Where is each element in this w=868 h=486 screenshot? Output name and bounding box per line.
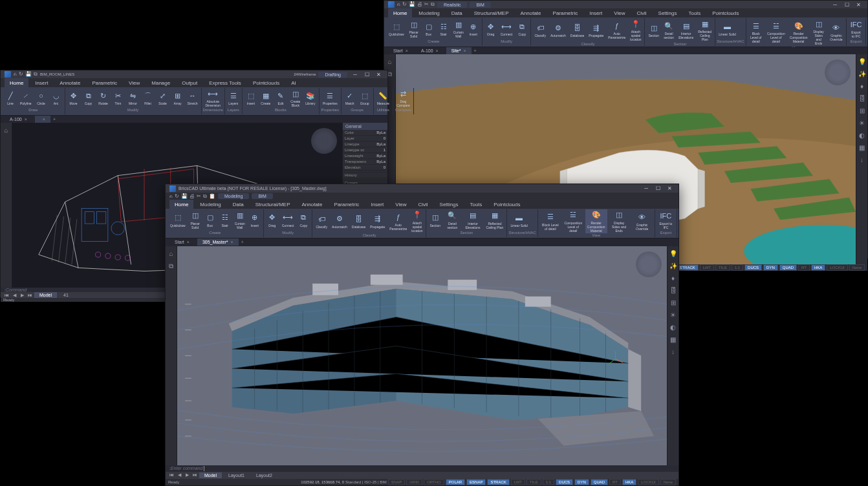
ribbon-classify[interactable]: 🏷Classify <box>314 213 329 229</box>
menu-tab-expresstools[interactable]: Express Tools <box>204 78 246 87</box>
panel-toggle-icon[interactable]: ⊞ <box>860 107 865 114</box>
ribbon-stair[interactable]: ☷Stair <box>218 212 232 228</box>
workspace-selector[interactable]: Drafting <box>318 72 347 78</box>
close-tab-icon[interactable]: × <box>436 48 439 53</box>
workspace-selector[interactable]: BIM <box>470 2 490 8</box>
property-row[interactable]: Linetype sc1 <box>343 147 387 153</box>
menu-tab-data[interactable]: Data <box>446 8 468 17</box>
view-cube[interactable] <box>311 128 337 154</box>
ribbon-graphic-override[interactable]: 👁Graphic Override <box>828 22 845 42</box>
qat-icon[interactable]: ✂ <box>197 193 201 200</box>
property-row[interactable]: LinetypeByLa <box>343 142 387 147</box>
status-toggle-ortho[interactable]: ORTHO <box>424 479 444 485</box>
ribbon-render-composition-material[interactable]: 🎨Render Composition Material <box>788 20 810 44</box>
minimize-button[interactable]: ─ <box>350 70 360 78</box>
status-toggle-ducs[interactable]: DUCS <box>556 479 573 485</box>
menu-tab-civil[interactable]: Civil <box>631 8 651 17</box>
ribbon-attach-spatial-location[interactable]: 📍Attach spatial location <box>409 209 424 233</box>
ribbon-display-sides-and-ends[interactable]: ◫Display Sides and Ends <box>608 209 630 233</box>
ribbon-export-to-ifc[interactable]: IFCExport to IFC <box>848 19 864 39</box>
ribbon-insert[interactable]: ⊕Insert <box>248 212 262 228</box>
qat-icon[interactable]: ⧉ <box>203 193 207 200</box>
layout-tab[interactable]: Model <box>34 292 57 298</box>
ribbon-drag[interactable]: ✥Drag <box>265 212 279 228</box>
visual-style-selector[interactable]: Realistic <box>437 2 467 8</box>
maximize-button[interactable]: ☐ <box>841 1 852 8</box>
menu-tab-parametric[interactable]: Parametric <box>329 200 365 209</box>
new-tab-button[interactable]: + <box>241 240 244 244</box>
qat-icon[interactable]: 📋 <box>209 193 215 200</box>
ribbon-curtain-wall[interactable]: ▥Curtain Wall <box>451 19 466 39</box>
qat-icon[interactable]: ✂ <box>424 1 429 8</box>
doc-tab[interactable]: A-100× <box>416 47 444 54</box>
ribbon-composition-level-of-detail[interactable]: ☱Composition Level of detail <box>765 20 787 44</box>
ribbon-create[interactable]: ▦Create <box>259 90 273 106</box>
qat-icon[interactable]: 🖨 <box>417 1 422 8</box>
qat-icon[interactable]: 💾 <box>409 1 415 8</box>
layout-tab[interactable]: Model <box>199 472 222 478</box>
layout-nav-button[interactable]: ⏭ <box>27 293 33 298</box>
ribbon-drag[interactable]: ✥Drag <box>484 21 498 37</box>
menu-tab-ai[interactable]: AI <box>286 78 301 87</box>
layout-tab[interactable]: Layout2 <box>251 472 277 478</box>
layout-nav-button[interactable]: ▶ <box>19 293 25 298</box>
doc-tab[interactable]: Site*× <box>446 47 472 54</box>
ribbon-curtain-wall[interactable]: ▥Curtain Wall <box>233 210 247 230</box>
ribbon-scale[interactable]: ⤢Scale <box>156 90 170 106</box>
ribbon-propagate[interactable]: ⇶Propagate <box>587 22 605 38</box>
ribbon-edit[interactable]: ✎Edit <box>274 90 288 106</box>
ribbon-section[interactable]: ◫Section <box>428 212 442 228</box>
ribbon-section[interactable]: ◫Section <box>646 22 661 38</box>
close-tab-icon[interactable]: × <box>43 117 45 122</box>
quick-access-toolbar[interactable]: ⎌↻ 💾🖨 ✂⧉ <box>397 1 435 8</box>
ribbon-linear-solid[interactable]: ▬Linear Solid <box>717 21 737 37</box>
ribbon-insert[interactable]: ⬚Insert <box>244 90 258 106</box>
menu-tab-pointclouds[interactable]: Pointclouds <box>707 8 744 17</box>
status-toggle-rt[interactable]: RT <box>609 479 621 485</box>
status-toggle-1:1[interactable]: 1:1 <box>732 264 743 271</box>
quick-access-toolbar[interactable]: ⎌↻ 💾⧉ <box>14 71 38 78</box>
menu-tab-settings[interactable]: Settings <box>653 8 682 17</box>
ribbon-quickdraw[interactable]: ⬚Quickdraw <box>168 212 188 228</box>
property-row[interactable]: LineweightByLa <box>343 153 387 159</box>
visual-style-selector[interactable]: Modeling <box>218 193 249 199</box>
qat-icon[interactable]: ⎌ <box>397 1 400 8</box>
layout-nav-button[interactable]: ⏮ <box>168 472 175 478</box>
status-toggle-lockui[interactable]: LOCKUI <box>638 479 658 485</box>
ribbon-database[interactable]: 🗄Database <box>569 22 586 38</box>
ribbon-connect[interactable]: ⟷Connect <box>499 21 515 37</box>
minimize-button[interactable]: ─ <box>641 185 651 193</box>
ribbon-detail-section[interactable]: 🔍Detail section <box>662 20 676 40</box>
panel-toggle-icon[interactable]: 💡 <box>669 250 677 257</box>
menu-tab-view[interactable]: View <box>390 200 411 209</box>
ribbon-export-to-ifc[interactable]: IFCExport to IFC <box>656 210 675 230</box>
status-toggle-strack[interactable]: STRACK <box>676 264 698 271</box>
ribbon-interior-elevations[interactable]: ▤Interior Elevations <box>677 20 695 40</box>
status-toggle-grid[interactable]: GRID <box>406 479 422 485</box>
property-row[interactable]: Layer0 <box>343 136 387 142</box>
menu-tab-modeling[interactable]: Modeling <box>195 200 226 209</box>
qat-icon[interactable]: 💾 <box>181 193 188 200</box>
panel-toggle-icon[interactable]: ✨ <box>858 70 866 78</box>
ribbon-box[interactable]: ▢Box <box>203 212 217 228</box>
command-line[interactable]: : Enter command <box>166 465 678 472</box>
menu-tab-home[interactable]: Home <box>169 200 193 209</box>
menu-tab-insert[interactable]: Insert <box>365 200 389 209</box>
property-row[interactable]: Elevation0 <box>343 165 387 171</box>
status-toggle-dyn[interactable]: DYN <box>574 479 589 485</box>
status-toggle-hka[interactable]: HKA <box>622 479 636 485</box>
menu-tab-home[interactable]: Home <box>5 78 28 87</box>
panel-toggle-icon[interactable]: ↓ <box>860 156 863 164</box>
ribbon-library[interactable]: 📚Library <box>303 90 318 106</box>
ribbon-mirror[interactable]: ⇋Mirror <box>126 90 140 106</box>
qat-icon[interactable]: ⧉ <box>431 1 435 8</box>
panel-toggle-icon[interactable]: ◐ <box>670 324 676 331</box>
home-icon[interactable]: ⌂ <box>4 127 8 134</box>
maximize-button[interactable]: ☐ <box>362 70 372 78</box>
menu-tab-annotate[interactable]: Annotate <box>54 78 85 87</box>
close-button[interactable]: ✕ <box>373 70 384 78</box>
qat-icon[interactable]: ↻ <box>19 71 23 78</box>
close-button[interactable]: ✕ <box>853 1 863 8</box>
layout-nav-button[interactable]: ◀ <box>11 293 17 298</box>
panel-toggle-icon[interactable]: 💡 <box>858 58 866 65</box>
